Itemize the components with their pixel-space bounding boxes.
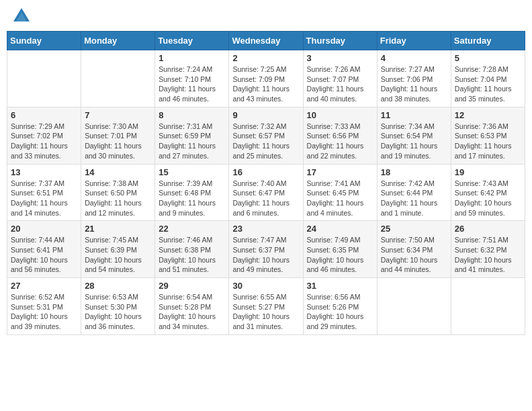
calendar-cell: 25Sunrise: 7:50 AM Sunset: 6:34 PM Dayli… xyxy=(377,221,451,278)
day-info: Sunrise: 7:45 AM Sunset: 6:39 PM Dayligh… xyxy=(85,235,151,275)
calendar-cell: 21Sunrise: 7:45 AM Sunset: 6:39 PM Dayli… xyxy=(81,221,155,278)
day-number: 28 xyxy=(85,281,151,291)
day-number: 21 xyxy=(85,224,151,234)
day-info: Sunrise: 6:53 AM Sunset: 5:30 PM Dayligh… xyxy=(85,292,151,332)
day-number: 26 xyxy=(455,224,521,234)
day-info: Sunrise: 7:31 AM Sunset: 6:59 PM Dayligh… xyxy=(159,122,225,161)
week-row-4: 20Sunrise: 7:44 AM Sunset: 6:41 PM Dayli… xyxy=(7,221,525,278)
day-info: Sunrise: 7:39 AM Sunset: 6:48 PM Dayligh… xyxy=(159,179,225,218)
day-number: 16 xyxy=(232,167,299,177)
day-header-tuesday: Tuesday xyxy=(155,32,229,50)
calendar-cell: 8Sunrise: 7:31 AM Sunset: 6:59 PM Daylig… xyxy=(155,107,229,164)
day-info: Sunrise: 7:26 AM Sunset: 7:07 PM Dayligh… xyxy=(307,64,373,104)
day-number: 30 xyxy=(232,281,299,291)
day-number: 15 xyxy=(159,167,225,177)
day-info: Sunrise: 6:52 AM Sunset: 5:31 PM Dayligh… xyxy=(11,292,77,332)
day-number: 24 xyxy=(307,224,373,234)
calendar-cell: 7Sunrise: 7:30 AM Sunset: 7:01 PM Daylig… xyxy=(81,107,155,164)
calendar-cell: 19Sunrise: 7:43 AM Sunset: 6:42 PM Dayli… xyxy=(451,164,525,221)
week-row-5: 27Sunrise: 6:52 AM Sunset: 5:31 PM Dayli… xyxy=(7,278,525,335)
week-row-2: 6Sunrise: 7:29 AM Sunset: 7:02 PM Daylig… xyxy=(7,107,525,164)
calendar-cell: 10Sunrise: 7:33 AM Sunset: 6:56 PM Dayli… xyxy=(303,107,377,164)
day-number: 17 xyxy=(307,167,373,177)
calendar-cell: 11Sunrise: 7:34 AM Sunset: 6:54 PM Dayli… xyxy=(377,107,451,164)
calendar-cell: 4Sunrise: 7:27 AM Sunset: 7:06 PM Daylig… xyxy=(377,50,451,107)
day-info: Sunrise: 7:46 AM Sunset: 6:38 PM Dayligh… xyxy=(159,235,225,275)
day-info: Sunrise: 7:44 AM Sunset: 6:41 PM Dayligh… xyxy=(11,235,77,275)
calendar-cell: 24Sunrise: 7:49 AM Sunset: 6:35 PM Dayli… xyxy=(303,221,377,278)
calendar-cell: 12Sunrise: 7:36 AM Sunset: 6:53 PM Dayli… xyxy=(451,107,525,164)
calendar-cell: 18Sunrise: 7:42 AM Sunset: 6:44 PM Dayli… xyxy=(377,164,451,221)
calendar-cell: 20Sunrise: 7:44 AM Sunset: 6:41 PM Dayli… xyxy=(7,221,81,278)
day-info: Sunrise: 7:49 AM Sunset: 6:35 PM Dayligh… xyxy=(307,235,373,275)
calendar-cell xyxy=(377,278,451,335)
page-header xyxy=(7,7,525,26)
week-row-3: 13Sunrise: 7:37 AM Sunset: 6:51 PM Dayli… xyxy=(7,164,525,221)
calendar-cell: 23Sunrise: 7:47 AM Sunset: 6:37 PM Dayli… xyxy=(229,221,303,278)
calendar-cell: 6Sunrise: 7:29 AM Sunset: 7:02 PM Daylig… xyxy=(7,107,81,164)
logo-icon xyxy=(12,7,31,26)
calendar-cell xyxy=(451,278,525,335)
calendar-cell: 22Sunrise: 7:46 AM Sunset: 6:38 PM Dayli… xyxy=(155,221,229,278)
calendar-header-row: SundayMondayTuesdayWednesdayThursdayFrid… xyxy=(7,32,525,50)
day-number: 11 xyxy=(381,110,447,120)
day-number: 14 xyxy=(85,167,151,177)
day-info: Sunrise: 7:30 AM Sunset: 7:01 PM Dayligh… xyxy=(85,122,151,161)
calendar-cell: 31Sunrise: 6:56 AM Sunset: 5:26 PM Dayli… xyxy=(303,278,377,335)
day-info: Sunrise: 7:34 AM Sunset: 6:54 PM Dayligh… xyxy=(381,122,447,161)
day-info: Sunrise: 7:28 AM Sunset: 7:04 PM Dayligh… xyxy=(455,64,521,104)
calendar-cell: 3Sunrise: 7:26 AM Sunset: 7:07 PM Daylig… xyxy=(303,50,377,107)
day-header-friday: Friday xyxy=(377,32,451,50)
day-number: 20 xyxy=(11,224,77,234)
day-number: 27 xyxy=(11,281,77,291)
calendar-cell: 5Sunrise: 7:28 AM Sunset: 7:04 PM Daylig… xyxy=(451,50,525,107)
day-number: 8 xyxy=(159,110,225,120)
day-number: 19 xyxy=(455,167,521,177)
calendar-cell: 16Sunrise: 7:40 AM Sunset: 6:47 PM Dayli… xyxy=(229,164,303,221)
day-info: Sunrise: 7:50 AM Sunset: 6:34 PM Dayligh… xyxy=(381,235,447,275)
calendar-cell: 27Sunrise: 6:52 AM Sunset: 5:31 PM Dayli… xyxy=(7,278,81,335)
day-info: Sunrise: 7:42 AM Sunset: 6:44 PM Dayligh… xyxy=(381,179,447,218)
calendar-cell: 2Sunrise: 7:25 AM Sunset: 7:09 PM Daylig… xyxy=(229,50,303,107)
day-number: 31 xyxy=(307,281,373,291)
day-number: 1 xyxy=(159,53,225,63)
day-number: 7 xyxy=(85,110,151,120)
week-row-1: 1Sunrise: 7:24 AM Sunset: 7:10 PM Daylig… xyxy=(7,50,525,107)
calendar-cell: 14Sunrise: 7:38 AM Sunset: 6:50 PM Dayli… xyxy=(81,164,155,221)
day-info: Sunrise: 7:33 AM Sunset: 6:56 PM Dayligh… xyxy=(307,122,373,161)
day-number: 5 xyxy=(455,53,521,63)
day-info: Sunrise: 7:37 AM Sunset: 6:51 PM Dayligh… xyxy=(11,179,77,218)
day-info: Sunrise: 7:29 AM Sunset: 7:02 PM Dayligh… xyxy=(11,122,77,161)
day-number: 13 xyxy=(11,167,77,177)
day-header-monday: Monday xyxy=(81,32,155,50)
calendar-cell: 28Sunrise: 6:53 AM Sunset: 5:30 PM Dayli… xyxy=(81,278,155,335)
day-info: Sunrise: 7:24 AM Sunset: 7:10 PM Dayligh… xyxy=(159,64,225,104)
calendar-cell: 17Sunrise: 7:41 AM Sunset: 6:45 PM Dayli… xyxy=(303,164,377,221)
day-header-thursday: Thursday xyxy=(303,32,377,50)
day-info: Sunrise: 7:47 AM Sunset: 6:37 PM Dayligh… xyxy=(232,235,299,275)
day-number: 10 xyxy=(307,110,373,120)
calendar-cell: 9Sunrise: 7:32 AM Sunset: 6:57 PM Daylig… xyxy=(229,107,303,164)
day-number: 4 xyxy=(381,53,447,63)
day-header-wednesday: Wednesday xyxy=(229,32,303,50)
day-info: Sunrise: 7:41 AM Sunset: 6:45 PM Dayligh… xyxy=(307,179,373,218)
day-number: 9 xyxy=(232,110,299,120)
day-number: 3 xyxy=(307,53,373,63)
day-info: Sunrise: 7:51 AM Sunset: 6:32 PM Dayligh… xyxy=(455,235,521,275)
day-info: Sunrise: 7:25 AM Sunset: 7:09 PM Dayligh… xyxy=(232,64,299,104)
calendar-cell: 1Sunrise: 7:24 AM Sunset: 7:10 PM Daylig… xyxy=(155,50,229,107)
calendar-cell: 26Sunrise: 7:51 AM Sunset: 6:32 PM Dayli… xyxy=(451,221,525,278)
day-number: 12 xyxy=(455,110,521,120)
day-number: 6 xyxy=(11,110,77,120)
day-info: Sunrise: 7:40 AM Sunset: 6:47 PM Dayligh… xyxy=(232,179,299,218)
day-info: Sunrise: 7:36 AM Sunset: 6:53 PM Dayligh… xyxy=(455,122,521,161)
day-info: Sunrise: 6:56 AM Sunset: 5:26 PM Dayligh… xyxy=(307,292,373,332)
calendar-cell: 15Sunrise: 7:39 AM Sunset: 6:48 PM Dayli… xyxy=(155,164,229,221)
day-info: Sunrise: 6:54 AM Sunset: 5:28 PM Dayligh… xyxy=(159,292,225,332)
calendar-cell: 13Sunrise: 7:37 AM Sunset: 6:51 PM Dayli… xyxy=(7,164,81,221)
day-info: Sunrise: 7:38 AM Sunset: 6:50 PM Dayligh… xyxy=(85,179,151,218)
day-number: 25 xyxy=(381,224,447,234)
day-number: 23 xyxy=(232,224,299,234)
day-number: 18 xyxy=(381,167,447,177)
logo xyxy=(9,7,31,26)
